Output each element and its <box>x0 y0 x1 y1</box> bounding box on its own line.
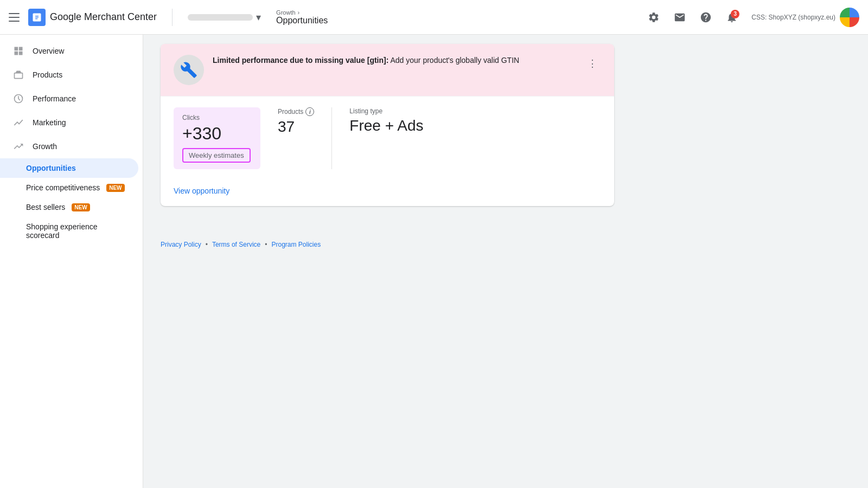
footer-dot-2: • <box>265 241 267 248</box>
card-header-title-bold: Limited performance due to missing value… <box>213 56 388 65</box>
card-header-title: Limited performance due to missing value… <box>213 55 575 66</box>
card-footer: View opportunity <box>161 180 614 206</box>
card-more-button[interactable]: ⋮ <box>584 55 601 72</box>
sidebar-item-marketing-label: Marketing <box>33 118 66 127</box>
help-button[interactable] <box>695 7 717 28</box>
breadcrumb-chevron-icon: › <box>298 9 300 16</box>
chevron-down-icon: ▾ <box>256 11 261 23</box>
hamburger-menu-button[interactable] <box>9 11 22 24</box>
card-header-title-rest: Add your product's globally valid GTIN <box>388 56 519 65</box>
sidebar: Overview Products Performance Marketing <box>0 35 143 266</box>
listing-type-stat-block: Listing type Free + Ads <box>349 107 441 169</box>
price-competitiveness-new-badge: NEW <box>106 184 124 192</box>
card-stats: Clicks +330 Weekly estimates Products i … <box>161 97 614 180</box>
performance-icon <box>13 93 24 104</box>
breadcrumb: Growth › Opportunities <box>276 9 328 25</box>
sidebar-item-overview[interactable]: Overview <box>0 39 138 63</box>
sidebar-item-performance-label: Performance <box>33 94 76 103</box>
settings-button[interactable] <box>643 7 665 28</box>
user-account-name: CSS: ShopXYZ (shopxyz.eu) <box>751 14 835 21</box>
listing-type-value: Free + Ads <box>349 117 423 134</box>
products-info-icon: i <box>305 107 314 116</box>
sidebar-item-products-label: Products <box>33 70 62 79</box>
growth-icon <box>13 141 24 152</box>
page-footer: Privacy Policy • Terms of Service • Prog… <box>143 223 868 266</box>
privacy-policy-link[interactable]: Privacy Policy <box>161 241 201 248</box>
sidebar-subitem-best-sellers[interactable]: Best sellers NEW <box>0 197 138 217</box>
user-avatar <box>840 8 859 27</box>
breadcrumb-current: Opportunities <box>276 16 328 25</box>
best-sellers-new-badge: NEW <box>72 203 90 211</box>
app-header: Google Merchant Center ▾ Growth › Opport… <box>0 0 868 35</box>
user-account-area[interactable]: CSS: ShopXYZ (shopxyz.eu) <box>751 8 859 27</box>
terms-of-service-link[interactable]: Terms of Service <box>212 241 260 248</box>
sidebar-subitem-opportunities[interactable]: Opportunities <box>0 158 138 178</box>
grid-icon <box>13 46 24 56</box>
sidebar-item-marketing[interactable]: Marketing <box>0 111 138 134</box>
header-actions: 3 CSS: ShopXYZ (shopxyz.eu) <box>643 7 859 28</box>
sidebar-subitem-price-competitiveness-label: Price competitiveness <box>26 183 100 192</box>
breadcrumb-parent: Growth › <box>276 9 328 16</box>
sidebar-subitem-price-competitiveness[interactable]: Price competitiveness NEW <box>0 178 138 197</box>
account-selector[interactable]: ▾ <box>188 11 261 23</box>
weekly-estimates-badge: Weekly estimates <box>182 148 251 163</box>
products-stat-block: Products i 37 <box>278 107 332 169</box>
card-header-text: Limited performance due to missing value… <box>213 55 575 66</box>
sidebar-subitem-opportunities-label: Opportunities <box>26 164 76 172</box>
content-area: Limited performance due to missing value… <box>143 27 631 223</box>
program-policies-link[interactable]: Program Policies <box>271 241 321 248</box>
marketing-icon <box>13 117 24 128</box>
footer-dot-1: • <box>206 241 208 248</box>
clicks-value: +330 <box>182 124 252 144</box>
products-icon <box>13 69 24 80</box>
sidebar-item-growth[interactable]: Growth <box>0 134 138 158</box>
app-logo-icon <box>28 9 46 26</box>
header-divider <box>172 9 173 26</box>
sidebar-item-growth-label: Growth <box>33 142 57 151</box>
app-name: Google Merchant Center <box>50 11 157 23</box>
sidebar-subitem-best-sellers-label: Best sellers <box>26 203 65 211</box>
notifications-button[interactable]: 3 <box>721 7 743 28</box>
sidebar-subitem-shopping-experience-label: Shopping experience scorecard <box>26 222 125 240</box>
wrench-icon <box>180 61 197 79</box>
sidebar-item-products[interactable]: Products <box>0 63 138 87</box>
sidebar-subitem-shopping-experience[interactable]: Shopping experience scorecard <box>0 217 138 245</box>
products-value: 37 <box>278 118 314 136</box>
opportunity-card: Limited performance due to missing value… <box>161 44 614 206</box>
logo-area: Google Merchant Center <box>28 9 157 26</box>
clicks-label: Clicks <box>182 114 252 121</box>
card-icon-wrap <box>174 55 204 85</box>
mail-button[interactable] <box>669 7 691 28</box>
view-opportunity-link[interactable]: View opportunity <box>174 187 229 195</box>
products-label: Products i <box>278 107 314 116</box>
card-header: Limited performance due to missing value… <box>161 44 614 97</box>
sidebar-item-overview-label: Overview <box>33 47 64 55</box>
sidebar-item-performance[interactable]: Performance <box>0 87 138 111</box>
clicks-stat-block: Clicks +330 Weekly estimates <box>174 107 260 169</box>
account-bar <box>188 14 253 21</box>
listing-type-label: Listing type <box>349 107 423 115</box>
notification-count: 3 <box>731 10 739 18</box>
